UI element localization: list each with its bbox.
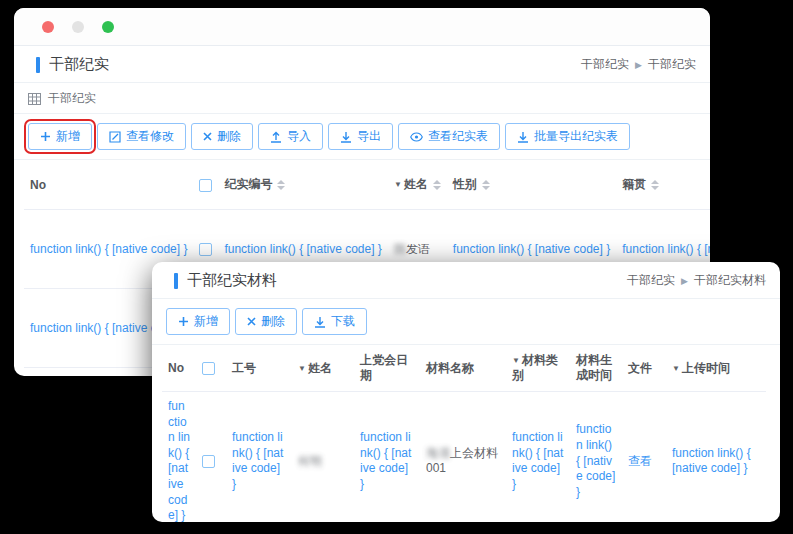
view-link[interactable]: function link() { [native code] } bbox=[576, 422, 615, 498]
breadcrumb-separator-icon: ▶ bbox=[635, 60, 642, 70]
cadre-record-material-window: 干部纪实材料 干部纪实▶干部纪实材料 新增删除下载 No工号▼姓名上党会日期材料… bbox=[152, 262, 780, 522]
view-link[interactable]: function link() { [native code] } bbox=[224, 242, 381, 256]
view-link[interactable]: function link() { [native code] } bbox=[30, 242, 187, 256]
filter-icon[interactable]: ▼ bbox=[298, 364, 306, 373]
table-header-row: No工号▼姓名上党会日期材料名称▼材料类别材料生成时间文件▼上传时间 bbox=[162, 345, 766, 392]
filter-icon[interactable]: ▼ bbox=[672, 364, 680, 373]
add-button[interactable]: 新增 bbox=[166, 308, 230, 335]
table-cell: function link() { [native code] } bbox=[506, 392, 570, 523]
table-grid-icon bbox=[28, 93, 41, 105]
table-cell: function link() { [native code] } bbox=[162, 392, 196, 523]
redacted-text: 海清 bbox=[426, 446, 450, 460]
breadcrumb-separator-icon: ▶ bbox=[681, 276, 688, 286]
column-header-label: No bbox=[30, 178, 46, 192]
column-header-label: 姓名 bbox=[308, 361, 332, 375]
column-header-label: 姓名 bbox=[404, 177, 428, 191]
page-title: 干部纪实 bbox=[36, 55, 109, 74]
button-label: 导入 bbox=[287, 128, 311, 145]
row-checkbox[interactable] bbox=[199, 243, 212, 256]
minimize-button[interactable] bbox=[72, 21, 84, 33]
add-button[interactable]: 新增 bbox=[28, 123, 92, 150]
breadcrumb: 干部纪实▶干部纪实 bbox=[581, 56, 696, 73]
x-icon bbox=[203, 132, 212, 141]
button-label: 查看纪实表 bbox=[428, 128, 488, 145]
eye-icon bbox=[410, 132, 423, 142]
download-button[interactable]: 下载 bbox=[302, 308, 367, 335]
edit-icon bbox=[109, 131, 121, 143]
column-header: No bbox=[162, 345, 196, 392]
table-cell: 查看 bbox=[622, 392, 666, 523]
select-all-checkbox[interactable] bbox=[199, 179, 212, 192]
export-button[interactable]: 导出 bbox=[328, 123, 393, 150]
batch-export-record-table-button[interactable]: 批量导出纪实表 bbox=[505, 123, 630, 150]
button-label: 下载 bbox=[331, 313, 355, 330]
filter-icon[interactable]: ▼ bbox=[512, 356, 520, 365]
column-header[interactable]: 纪实编号 bbox=[218, 160, 387, 210]
view-link[interactable]: function link() { [native code] } bbox=[672, 446, 751, 476]
import-button[interactable]: 导入 bbox=[258, 123, 323, 150]
column-header[interactable]: ▼姓名 bbox=[388, 160, 447, 210]
column-header: 工号 bbox=[226, 345, 292, 392]
column-header: 文件 bbox=[622, 345, 666, 392]
view-link[interactable]: function link() { [native code] } bbox=[168, 399, 190, 522]
checkbox-cell bbox=[196, 392, 226, 523]
breadcrumb-item[interactable]: 干部纪实 bbox=[581, 56, 629, 73]
column-header: 材料生成时间 bbox=[570, 345, 622, 392]
view-edit-button[interactable]: 查看修改 bbox=[97, 123, 186, 150]
plus-icon bbox=[40, 131, 51, 142]
column-header: ▼姓名 bbox=[292, 345, 354, 392]
view-link[interactable]: function link() { [native code] } bbox=[232, 430, 283, 491]
download-icon bbox=[517, 131, 529, 143]
column-header: 材料名称 bbox=[420, 345, 506, 392]
view-link[interactable]: 查看 bbox=[628, 454, 652, 468]
close-button[interactable] bbox=[42, 21, 54, 33]
button-label: 新增 bbox=[194, 313, 218, 330]
table-cell: 何明 bbox=[292, 392, 354, 523]
filter-icon[interactable]: ▼ bbox=[394, 180, 402, 189]
column-header: 上党会日期 bbox=[354, 345, 420, 392]
sort-icon[interactable] bbox=[433, 180, 441, 190]
column-header-label: 材料名称 bbox=[426, 361, 474, 375]
column-header[interactable]: 性别 bbox=[447, 160, 616, 210]
breadcrumb-item[interactable]: 干部纪实 bbox=[627, 272, 675, 289]
window-titlebar bbox=[14, 8, 710, 46]
maximize-button[interactable] bbox=[102, 21, 114, 33]
redacted-text: 何明 bbox=[298, 454, 322, 468]
redacted-text: 陈 bbox=[394, 242, 406, 256]
plus-icon bbox=[178, 316, 189, 327]
upload-icon bbox=[270, 131, 282, 143]
download-icon bbox=[340, 131, 352, 143]
section-header: 干部纪实 bbox=[14, 83, 710, 114]
view-link[interactable]: function link() { [native code] } bbox=[512, 430, 563, 491]
material-table: No工号▼姓名上党会日期材料名称▼材料类别材料生成时间文件▼上传时间functi… bbox=[162, 345, 766, 522]
column-header-label: 材料生成时间 bbox=[576, 353, 612, 382]
table-cell: function link() { [native code] } bbox=[570, 392, 622, 523]
section-label: 干部纪实 bbox=[48, 90, 96, 107]
select-all-cell bbox=[196, 345, 226, 392]
button-label: 删除 bbox=[261, 313, 285, 330]
page-title: 干部纪实材料 bbox=[174, 271, 277, 290]
column-header[interactable]: 籍贯 bbox=[616, 160, 710, 210]
sort-icon[interactable] bbox=[482, 180, 490, 190]
button-label: 导出 bbox=[357, 128, 381, 145]
delete-button[interactable]: 删除 bbox=[235, 308, 297, 335]
title-accent-bar bbox=[174, 273, 178, 289]
view-link[interactable]: function link() { [native code] } bbox=[453, 242, 610, 256]
column-header-label: 文件 bbox=[628, 361, 652, 375]
view-link[interactable]: function link() { [native code] } bbox=[622, 242, 710, 256]
view-link[interactable]: function link() { [native code] } bbox=[360, 430, 411, 491]
breadcrumb-item[interactable]: 干部纪实 bbox=[648, 56, 696, 73]
view-record-table-button[interactable]: 查看纪实表 bbox=[398, 123, 500, 150]
row-checkbox[interactable] bbox=[202, 455, 215, 468]
sort-icon[interactable] bbox=[651, 180, 659, 190]
breadcrumb-item[interactable]: 干部纪实材料 bbox=[694, 272, 766, 289]
title-accent-bar bbox=[36, 57, 40, 73]
sort-icon[interactable] bbox=[277, 180, 285, 190]
column-header-label: No bbox=[168, 361, 184, 375]
download-icon bbox=[314, 316, 326, 328]
button-label: 删除 bbox=[217, 128, 241, 145]
select-all-checkbox[interactable] bbox=[202, 362, 215, 375]
column-header: ▼上传时间 bbox=[666, 345, 766, 392]
column-header-label: 性别 bbox=[453, 177, 477, 191]
delete-button[interactable]: 删除 bbox=[191, 123, 253, 150]
